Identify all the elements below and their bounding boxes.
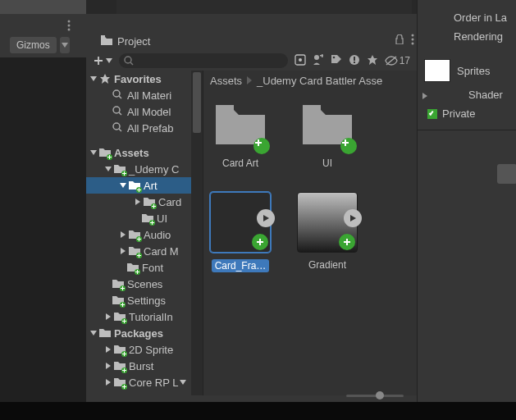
private-checkbox[interactable] [427, 109, 437, 119]
alert-icon[interactable] [349, 54, 360, 68]
star-icon [99, 73, 111, 84]
tree-item[interactable]: 2D Sprite [129, 344, 173, 356]
inspector-panel: Order in La Rendering Sprites Shader Pri… [417, 0, 516, 402]
asset-folder[interactable]: UI [297, 102, 358, 169]
project-tab[interactable]: Project [93, 32, 158, 51]
svg-point-0 [68, 21, 71, 23]
kebab-icon[interactable] [67, 20, 71, 34]
foldout-icon[interactable] [134, 198, 142, 206]
svg-point-6 [125, 57, 131, 63]
tree-item[interactable]: Font [142, 262, 163, 274]
folder-icon [114, 311, 126, 322]
folder-icon [129, 245, 140, 257]
asset-sprite[interactable]: Gradient [297, 192, 358, 272]
foldout-icon[interactable] [89, 75, 98, 83]
tree-item[interactable]: Card [158, 196, 181, 208]
foldout-icon[interactable] [104, 165, 112, 173]
foldout-icon[interactable] [119, 247, 127, 255]
favorites-item[interactable]: All Materi [127, 89, 171, 102]
folder-icon [127, 262, 139, 273]
kebab-icon[interactable] [411, 34, 414, 45]
foldout-icon[interactable] [104, 313, 112, 321]
svg-point-8 [299, 58, 302, 62]
tree-item[interactable]: Core RP L [129, 377, 178, 389]
material-swatch[interactable] [424, 59, 450, 82]
svg-rect-14 [354, 57, 355, 61]
search-icon [112, 89, 124, 101]
breadcrumb[interactable]: Assets _Udemy Card Battler Asse [203, 71, 418, 90]
tree-item[interactable]: Audio [144, 229, 171, 241]
tree-item[interactable]: Settings [127, 294, 166, 307]
hidden-count: 17 [400, 55, 410, 66]
chevron-down-icon [106, 58, 112, 63]
svg-point-12 [332, 56, 335, 58]
folder-icon [99, 327, 111, 339]
tag-icon[interactable] [331, 54, 342, 68]
search-by-type-icon[interactable] [295, 54, 306, 68]
search-icon [124, 56, 134, 66]
foldout-icon[interactable] [104, 345, 112, 354]
svg-rect-11 [322, 54, 323, 57]
lock-icon[interactable] [395, 34, 404, 44]
search-icon [112, 106, 124, 117]
folder-icon [99, 147, 111, 158]
folder-icon [114, 344, 126, 355]
status-bar [0, 402, 516, 420]
tree-item[interactable]: UI [157, 212, 167, 225]
svg-point-4 [412, 39, 414, 41]
tree-item[interactable]: Scenes [127, 278, 162, 290]
svg-point-18 [113, 123, 120, 130]
tree-item-selected[interactable]: Art [86, 177, 191, 194]
star-icon[interactable] [367, 54, 378, 68]
gizmos-dropdown[interactable]: Gizmos [10, 37, 57, 53]
folder-icon [129, 180, 140, 191]
foldout-icon[interactable] [89, 329, 98, 337]
tree-item[interactable]: Card M [144, 245, 179, 258]
assets-header: Assets [114, 147, 149, 159]
filter-people-icon[interactable] [313, 54, 324, 68]
thumbnail-size-slider[interactable] [203, 387, 417, 404]
project-tree[interactable]: Favorites All Materi All Model All Prefa… [86, 71, 191, 395]
asset-sprite-selected[interactable]: Card_Fra… [210, 192, 271, 272]
folder-icon [144, 196, 155, 208]
svg-point-5 [412, 43, 414, 45]
inspector-button[interactable] [497, 164, 516, 184]
tree-item[interactable]: TutorialIn [129, 311, 173, 323]
asset-folder[interactable]: Card Art [210, 102, 271, 169]
visibility-icon[interactable]: 17 [385, 55, 410, 66]
folder-icon [112, 278, 124, 290]
shader-label: Shader [418, 85, 516, 104]
favorites-header: Favorites [114, 73, 162, 85]
foldout-icon[interactable] [421, 90, 429, 103]
foldout-icon[interactable] [119, 231, 127, 239]
asset-label: Gradient [308, 259, 346, 271]
foldout-icon[interactable] [89, 148, 98, 157]
expand-icon[interactable] [257, 209, 275, 227]
search-input[interactable] [119, 53, 288, 68]
project-tab-label: Project [117, 35, 150, 48]
add-button[interactable] [93, 55, 112, 66]
favorites-item[interactable]: All Model [127, 106, 171, 118]
gizmos-chevron-icon[interactable] [60, 37, 70, 53]
sprites-label: Sprites [457, 65, 490, 77]
tree-item[interactable]: Burst [129, 360, 153, 372]
vcs-add-icon [253, 138, 270, 154]
scroll-thumb[interactable] [193, 72, 201, 133]
folder-icon [114, 163, 126, 175]
order-in-layer-label: Order in La [418, 8, 516, 27]
rendering-label: Rendering [418, 27, 516, 46]
asset-label: Card_Fra… [212, 259, 270, 272]
foldout-icon[interactable] [104, 362, 112, 370]
chevron-right-icon [247, 76, 252, 84]
favorites-item[interactable]: All Prefab [127, 122, 173, 135]
tree-item[interactable]: _Udemy C [129, 163, 179, 176]
svg-point-17 [113, 107, 120, 113]
asset-label: Card Art [222, 158, 258, 169]
svg-point-3 [412, 34, 414, 37]
svg-point-16 [113, 90, 120, 97]
search-icon [112, 122, 124, 134]
foldout-icon[interactable] [119, 181, 127, 189]
foldout-icon[interactable] [104, 378, 112, 386]
expand-icon[interactable] [344, 209, 362, 227]
packages-header: Packages [114, 327, 163, 340]
